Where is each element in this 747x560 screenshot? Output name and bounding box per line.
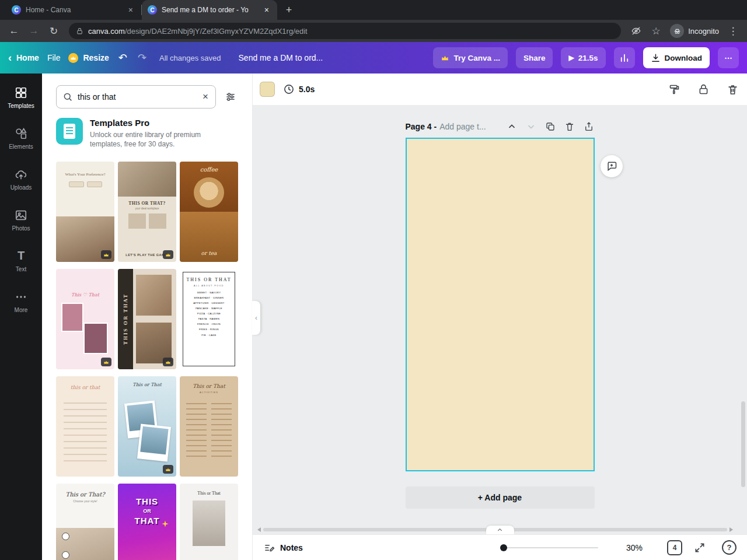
search-icon bbox=[62, 92, 73, 102]
zoom-level: 30% bbox=[626, 543, 643, 552]
scroll-right-arrow-icon[interactable] bbox=[729, 527, 733, 532]
sidebar-item-text[interactable]: T Text bbox=[2, 243, 40, 279]
template-title: coffee bbox=[180, 166, 238, 173]
slider-track[interactable] bbox=[500, 547, 598, 548]
home-button[interactable]: ‹ Home bbox=[8, 52, 39, 63]
elements-shapes-icon bbox=[15, 127, 27, 140]
search-input[interactable] bbox=[78, 92, 197, 102]
main-area: Templates Elements Uploads Photos T Text… bbox=[0, 74, 747, 560]
add-comment-button[interactable] bbox=[601, 155, 623, 177]
try-canva-pro-button[interactable]: Try Canva ... bbox=[433, 47, 508, 68]
share-export-icon bbox=[584, 121, 594, 132]
template-thumbnail[interactable]: coffee or tea bbox=[180, 162, 238, 262]
sidebar-item-more[interactable]: More bbox=[2, 284, 40, 320]
collapse-footer-button[interactable] bbox=[486, 526, 514, 534]
design-title[interactable]: Send me a DM to ord... bbox=[239, 53, 323, 62]
design-page-4[interactable] bbox=[406, 138, 595, 471]
address-bar[interactable]: canva.com/design/DAE2mNbj9jY/Zef3lGmyxYZ… bbox=[69, 23, 621, 39]
add-page-button[interactable]: + Add page bbox=[406, 487, 595, 509]
page-wrapper bbox=[406, 138, 595, 471]
scroll-left-arrow-icon[interactable] bbox=[257, 527, 261, 532]
file-menu[interactable]: File bbox=[47, 53, 61, 62]
canva-favicon-icon: C bbox=[12, 5, 21, 15]
share-label: Share bbox=[523, 54, 546, 62]
url-path: /design/DAE2mNbj9jY/Zef3lGmyxYZVM2ZqdX1r… bbox=[125, 27, 308, 36]
export-page-button[interactable] bbox=[583, 121, 595, 132]
zoom-slider[interactable] bbox=[500, 544, 598, 552]
template-thumbnail[interactable]: What's Your Preference? bbox=[56, 162, 114, 262]
help-button[interactable]: ? bbox=[722, 540, 736, 555]
tab-home-canva[interactable]: C Home - Canva × bbox=[6, 0, 141, 20]
template-title: This or That bbox=[180, 491, 238, 496]
reload-button[interactable]: ↻ bbox=[46, 23, 62, 39]
template-thumbnail[interactable]: This or That bbox=[180, 484, 238, 560]
sidebar-item-label: Elements bbox=[9, 144, 33, 150]
template-thumbnail[interactable]: THIS OR THAT bbox=[118, 484, 176, 560]
sidebar-item-uploads[interactable]: Uploads bbox=[2, 161, 40, 197]
page-timing-control[interactable]: 5.0s bbox=[283, 83, 315, 95]
incognito-label: Incognito bbox=[688, 27, 719, 36]
panel-collapse-button[interactable]: ‹ bbox=[252, 301, 260, 335]
canvas-workspace: 5.0s Page 4 - Add page t... bbox=[252, 74, 747, 560]
vertical-scrollbar[interactable] bbox=[741, 401, 745, 487]
background-color-swatch[interactable] bbox=[260, 82, 275, 97]
redo-button[interactable]: ↷ bbox=[137, 51, 148, 64]
eye-slash-icon[interactable] bbox=[628, 23, 644, 39]
resize-button[interactable]: Resize bbox=[68, 53, 109, 63]
template-thumbnail[interactable]: This or That ACTIVITIES bbox=[180, 376, 238, 477]
template-search-box[interactable]: × bbox=[56, 85, 216, 108]
template-thumbnail[interactable]: THIS OR THAT? your ideal workplace LET'S… bbox=[118, 162, 176, 262]
trash-icon bbox=[727, 83, 739, 96]
tab-title: Home - Canva bbox=[26, 6, 121, 14]
canvas-scroll-area[interactable]: Page 4 - Add page t... bbox=[253, 105, 747, 534]
star-decoration-icon bbox=[161, 520, 169, 528]
fullscreen-button[interactable] bbox=[693, 541, 707, 555]
new-tab-button[interactable]: + bbox=[281, 2, 297, 18]
editor-footer: Notes 30% 4 ? bbox=[253, 534, 747, 560]
back-button[interactable]: ← bbox=[6, 23, 22, 39]
food-options-list: SWEET · SAVORY BREAKFAST · DINNER APPETI… bbox=[183, 290, 235, 337]
move-page-down-button[interactable] bbox=[525, 121, 537, 132]
browser-menu-kebab-icon[interactable]: ⋮ bbox=[725, 23, 741, 39]
sidebar-item-elements[interactable]: Elements bbox=[2, 120, 40, 156]
sidebar-item-label: Text bbox=[16, 266, 26, 272]
undo-button[interactable]: ↶ bbox=[117, 51, 128, 64]
delete-page-button[interactable] bbox=[725, 82, 740, 97]
close-tab-icon[interactable]: × bbox=[126, 5, 135, 15]
grid-view-button[interactable]: 4 bbox=[667, 540, 682, 555]
header-more-button[interactable]: ⋯ bbox=[718, 47, 739, 68]
portrait-photo bbox=[61, 303, 83, 332]
lock-button[interactable] bbox=[696, 82, 711, 97]
slider-knob[interactable] bbox=[500, 544, 507, 551]
template-subtitle: your ideal workplace bbox=[118, 207, 176, 210]
template-thumbnail[interactable]: This ♡ That bbox=[56, 269, 114, 369]
bookmark-star-icon[interactable]: ☆ bbox=[648, 23, 664, 39]
format-painter-button[interactable] bbox=[666, 82, 682, 97]
search-filter-button[interactable] bbox=[223, 89, 238, 104]
duplicate-page-button[interactable] bbox=[544, 121, 556, 132]
close-tab-icon[interactable]: × bbox=[262, 5, 271, 15]
template-thumbnail[interactable]: THIS OR THAT ALL ABOUT FOOD SWEET · SAVO… bbox=[180, 269, 238, 369]
delete-page-button[interactable] bbox=[564, 121, 575, 132]
move-page-up-button[interactable] bbox=[506, 121, 518, 132]
template-thumbnail[interactable]: This or That bbox=[118, 376, 176, 477]
download-icon bbox=[651, 53, 661, 63]
present-button[interactable]: ▶ 21.5s bbox=[561, 47, 605, 68]
download-button[interactable]: Download bbox=[643, 47, 710, 68]
template-thumbnail[interactable]: THIS OR THAT bbox=[118, 269, 176, 369]
notes-button[interactable]: Notes bbox=[263, 542, 303, 554]
incognito-spy-icon bbox=[670, 24, 684, 38]
clear-search-icon[interactable]: × bbox=[201, 91, 210, 103]
list-lines bbox=[64, 397, 107, 465]
sidebar-item-templates[interactable]: Templates bbox=[2, 79, 40, 116]
page-title-placeholder[interactable]: Add page t... bbox=[439, 122, 486, 131]
template-thumbnail[interactable]: This or That? Choose your style! bbox=[56, 484, 114, 560]
sidebar-item-photos[interactable]: Photos bbox=[2, 202, 40, 238]
tab-design-active[interactable]: C Send me a DM to order - Yo × bbox=[142, 0, 277, 20]
template-thumbnail[interactable]: this or that bbox=[56, 376, 114, 477]
copy-icon bbox=[545, 121, 556, 132]
share-button[interactable]: Share bbox=[516, 47, 553, 68]
insights-chart-button[interactable] bbox=[614, 47, 635, 68]
forward-button[interactable]: → bbox=[26, 23, 42, 39]
templates-pro-banner[interactable]: Templates Pro Unlock our entire library … bbox=[56, 118, 238, 149]
